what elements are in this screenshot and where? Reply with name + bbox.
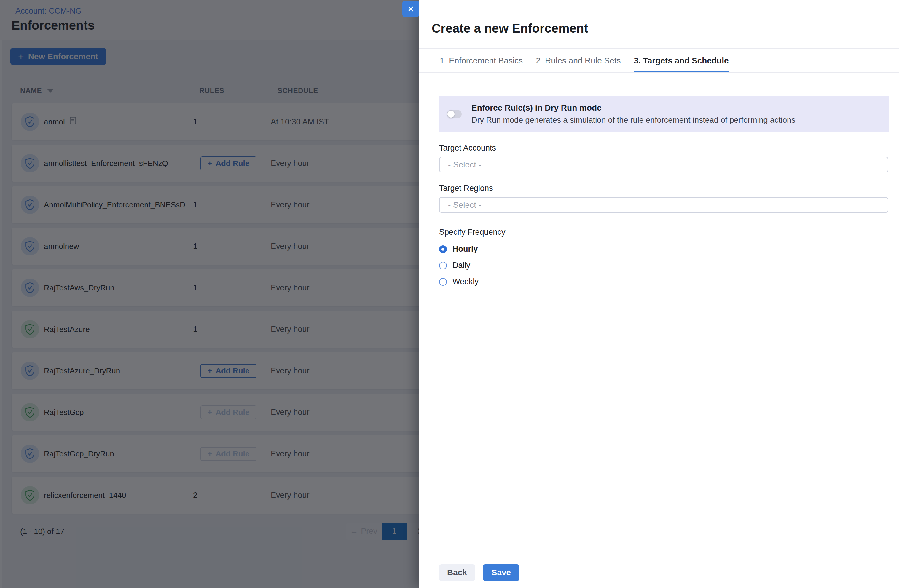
radio-unselected-icon[interactable]	[439, 262, 447, 269]
frequency-option-label: Hourly	[453, 244, 478, 254]
modal-dim-overlay[interactable]	[0, 0, 419, 588]
close-icon[interactable]: ✕	[402, 1, 419, 17]
drawer-title: Create a new Enforcement	[432, 22, 588, 35]
frequency-option-hourly[interactable]: Hourly	[439, 245, 888, 253]
target-accounts-select[interactable]: - Select -	[439, 157, 888, 173]
tab-rules-and-rule-sets[interactable]: 2. Rules and Rule Sets	[536, 49, 621, 72]
tab-targets-and-schedule[interactable]: 3. Targets and Schedule	[634, 49, 729, 72]
target-accounts-label: Target Accounts	[439, 144, 888, 153]
create-enforcement-drawer: ✕ Create a new Enforcement 1. Enforcemen…	[419, 0, 899, 588]
frequency-options: HourlyDailyWeekly	[439, 245, 888, 286]
dry-run-title: Enforce Rule(s) in Dry Run mode	[471, 103, 796, 113]
save-button[interactable]: Save	[483, 564, 519, 581]
frequency-label: Specify Frequency	[439, 228, 888, 237]
target-accounts-placeholder: - Select -	[448, 160, 481, 170]
dry-run-description: Dry Run mode generates a simulation of t…	[471, 116, 796, 125]
frequency-option-label: Weekly	[453, 277, 479, 286]
frequency-option-label: Daily	[453, 261, 470, 270]
radio-selected-icon[interactable]	[439, 245, 447, 253]
target-regions-placeholder: - Select -	[448, 201, 481, 210]
back-button[interactable]: Back	[439, 564, 475, 581]
tab-enforcement-basics[interactable]: 1. Enforcement Basics	[440, 49, 523, 72]
toggle-knob	[448, 111, 454, 118]
target-regions-select[interactable]: - Select -	[439, 197, 888, 213]
drawer-body: Enforce Rule(s) in Dry Run mode Dry Run …	[439, 73, 888, 286]
radio-unselected-icon[interactable]	[439, 278, 447, 286]
frequency-option-daily[interactable]: Daily	[439, 261, 888, 269]
dry-run-banner: Enforce Rule(s) in Dry Run mode Dry Run …	[439, 96, 889, 132]
dry-run-toggle[interactable]	[447, 110, 462, 118]
target-regions-label: Target Regions	[439, 184, 888, 193]
drawer-tabs: 1. Enforcement Basics2. Rules and Rule S…	[419, 48, 899, 73]
drawer-footer: Back Save	[439, 564, 519, 581]
frequency-option-weekly[interactable]: Weekly	[439, 278, 888, 286]
